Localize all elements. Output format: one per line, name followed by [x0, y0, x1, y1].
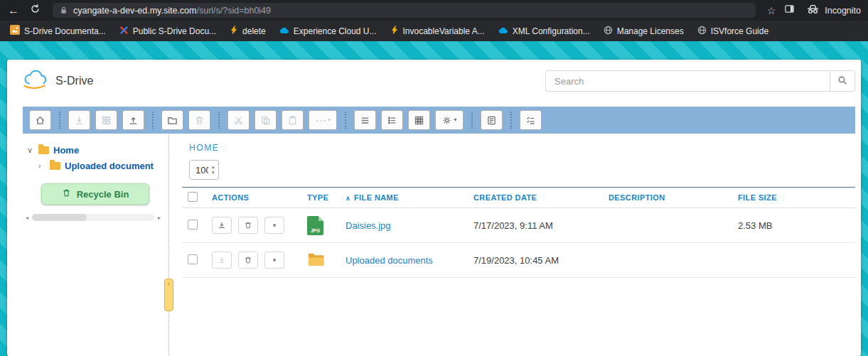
- row-more-button[interactable]: ▾: [264, 252, 284, 269]
- cloud-icon: [279, 26, 289, 36]
- delete-button[interactable]: [188, 110, 210, 130]
- header-file-name[interactable]: ∧FILE NAME: [340, 193, 468, 202]
- recycle-bin-button[interactable]: Recycle Bin: [41, 183, 149, 205]
- row-actions: ▾: [206, 252, 301, 269]
- row-download-button[interactable]: [212, 252, 232, 269]
- scroll-right-icon[interactable]: ▸: [155, 215, 164, 221]
- trash-icon: [62, 188, 71, 200]
- row-actions: ▾: [206, 217, 301, 234]
- file-name-link[interactable]: Daisies.jpg: [345, 220, 391, 231]
- stepper-up-icon[interactable]: ▴: [212, 165, 215, 169]
- file-name-link[interactable]: Uploaded documents: [345, 255, 433, 266]
- created-date-cell: 7/17/2023, 9:11 AM: [468, 220, 603, 231]
- bookmark-public-sdrive-docs[interactable]: Public S-Drive Docu...: [119, 26, 216, 37]
- grid-view-button[interactable]: [408, 110, 430, 130]
- url-text: cyangate-a-dev-ed.my.site.com/surl/s/?si…: [73, 6, 271, 16]
- jpg-file-icon: JPG: [307, 216, 323, 235]
- splitter-collapse-handle[interactable]: ‹: [164, 279, 173, 311]
- stepper-down-icon[interactable]: ▾: [212, 171, 215, 175]
- tree-horizontal-scrollbar[interactable]: ◂ ▸: [23, 213, 164, 222]
- bookmark-delete[interactable]: delete: [230, 26, 266, 36]
- checklist-button[interactable]: [520, 110, 542, 130]
- items-grid-button[interactable]: [95, 110, 117, 130]
- site-background: S-Drive ⋯▾: [0, 41, 868, 356]
- toolbar-separator: [218, 112, 220, 129]
- created-date-cell: 7/19/2023, 10:45 AM: [468, 255, 603, 266]
- search-button[interactable]: [830, 70, 855, 92]
- header-created-date[interactable]: CREATED DATE: [468, 193, 603, 202]
- new-folder-button[interactable]: [161, 110, 183, 130]
- upload-button[interactable]: [122, 110, 144, 130]
- breadcrumb[interactable]: HOME: [182, 138, 855, 160]
- incognito-label: Incognito: [825, 6, 861, 16]
- select-all-checkbox[interactable]: [188, 192, 198, 202]
- picture-icon: [10, 25, 20, 37]
- search-input[interactable]: [545, 70, 830, 92]
- back-icon[interactable]: ←: [7, 4, 20, 17]
- panel-header: S-Drive: [7, 60, 861, 107]
- list-view-button[interactable]: [354, 110, 376, 130]
- copy-button[interactable]: [254, 110, 277, 130]
- scrollbar-track[interactable]: [32, 214, 154, 221]
- settings-button[interactable]: ▾: [435, 110, 464, 130]
- bookmark-manage-licenses[interactable]: Manage Licenses: [604, 26, 684, 37]
- bookmark-experience-cloud[interactable]: Experience Cloud U...: [279, 26, 377, 36]
- address-bar[interactable]: cyangate-a-dev-ed.my.site.com/surl/s/?si…: [53, 3, 756, 18]
- tree-item-home[interactable]: ∨ Home: [23, 142, 164, 158]
- chevron-down-icon: ▾: [273, 222, 277, 229]
- toolbar-separator: [345, 112, 346, 129]
- chevron-down-icon[interactable]: ∨: [27, 146, 34, 155]
- search-group: [545, 70, 855, 92]
- row-download-button[interactable]: [212, 217, 232, 234]
- row-more-button[interactable]: ▾: [264, 217, 284, 234]
- bookmark-star-icon[interactable]: ☆: [767, 5, 776, 16]
- chevron-down-icon: ▾: [328, 117, 331, 123]
- table-row: ▾ JPG Daisies.jpg 7/17/2023, 9:11 AM 2.5…: [182, 208, 855, 243]
- more-actions-button[interactable]: ⋯▾: [309, 110, 337, 130]
- globe-icon: [604, 26, 613, 37]
- row-checkbox[interactable]: [188, 254, 198, 264]
- row-delete-button[interactable]: [238, 217, 258, 234]
- bookmark-xml-configuration[interactable]: XML Configuration...: [498, 26, 590, 36]
- chevron-down-icon: ▾: [273, 257, 277, 264]
- header-description[interactable]: DESCRIPTION: [603, 193, 732, 202]
- chevron-right-icon[interactable]: ›: [38, 161, 45, 170]
- reload-icon[interactable]: [28, 4, 41, 17]
- folder-tree: ∨ Home › Uploaded document Recycle Bin: [23, 134, 164, 356]
- file-toolbar: ⋯▾ ▾: [23, 107, 855, 134]
- lightning-icon: [390, 26, 399, 36]
- bookmarks-bar: S-Drive Documenta... Public S-Drive Docu…: [0, 21, 868, 41]
- tree-item-label: Home: [53, 145, 79, 156]
- side-panel-icon[interactable]: [784, 4, 795, 17]
- incognito-badge: Incognito: [806, 4, 861, 16]
- bookmark-sdrive-documentation[interactable]: S-Drive Documenta...: [10, 25, 106, 37]
- content-area: ∨ Home › Uploaded document Recycle Bin: [23, 134, 855, 356]
- page-size-input[interactable]: [190, 161, 208, 179]
- scrollbar-thumb[interactable]: [32, 214, 87, 221]
- home-button[interactable]: [29, 110, 51, 130]
- chevron-down-icon: ▾: [454, 117, 456, 123]
- lightning-icon: [230, 26, 238, 36]
- header-file-size[interactable]: FILE SIZE: [732, 193, 855, 202]
- browser-toolbar: ← cyangate-a-dev-ed.my.site.com/surl/s/?…: [0, 0, 868, 21]
- header-actions: ACTIONS: [206, 193, 301, 202]
- row-delete-button[interactable]: [238, 252, 258, 269]
- table-header-row: ACTIONS TYPE ∧FILE NAME CREATED DATE DES…: [182, 187, 855, 208]
- file-table: ACTIONS TYPE ∧FILE NAME CREATED DATE DES…: [182, 187, 855, 278]
- scroll-left-icon[interactable]: ◂: [23, 215, 31, 221]
- search-icon: [837, 75, 847, 87]
- bookmark-isvforce-guide[interactable]: ISVforce Guide: [697, 26, 768, 37]
- bookmark-invocablevariable[interactable]: InvocableVariable A...: [390, 26, 485, 36]
- x-mark-icon: [119, 26, 129, 37]
- download-button[interactable]: [68, 110, 90, 130]
- toolbar-separator: [59, 112, 60, 129]
- report-button[interactable]: [481, 110, 503, 130]
- tree-item-uploaded-documents[interactable]: › Uploaded document: [23, 158, 164, 173]
- row-checkbox[interactable]: [188, 220, 198, 230]
- brand: S-Drive: [21, 70, 93, 92]
- folder-icon: [50, 162, 60, 170]
- cut-button[interactable]: [227, 110, 250, 130]
- detail-view-button[interactable]: [381, 110, 403, 130]
- paste-button[interactable]: [282, 110, 304, 130]
- sdrive-panel: S-Drive ⋯▾: [7, 60, 861, 356]
